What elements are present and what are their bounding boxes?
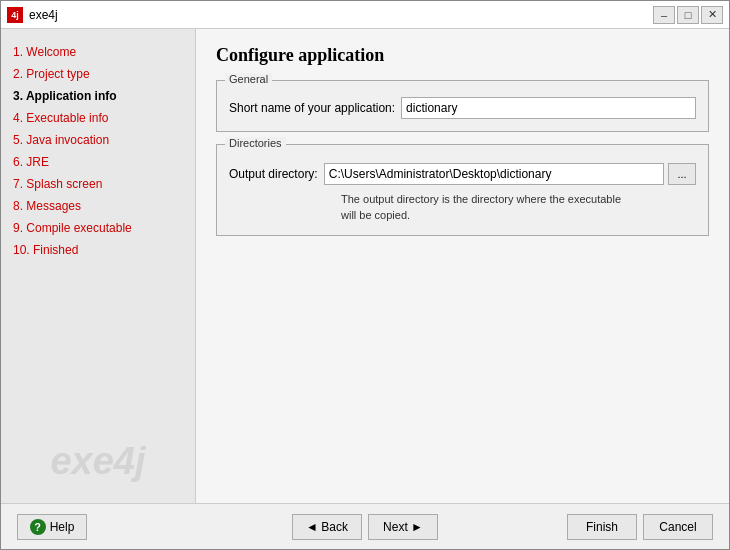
output-dir-input[interactable] bbox=[324, 163, 664, 185]
title-bar: 4j exe4j – □ ✕ bbox=[1, 1, 729, 29]
directories-legend: Directories bbox=[225, 137, 286, 149]
help-text: The output directory is the directory wh… bbox=[341, 191, 696, 223]
help-button[interactable]: ? Help bbox=[17, 514, 87, 540]
footer-right: Finish Cancel bbox=[444, 514, 713, 540]
general-legend: General bbox=[225, 73, 272, 85]
footer: ? Help ◄ Back Next ► Finish Cancel bbox=[1, 503, 729, 549]
minimize-button[interactable]: – bbox=[653, 6, 675, 24]
short-name-input[interactable] bbox=[401, 97, 696, 119]
sidebar-item-compile-executable[interactable]: 9. Compile executable bbox=[11, 217, 185, 239]
app-window: 4j exe4j – □ ✕ 1. Welcome 2. Project typ… bbox=[0, 0, 730, 550]
sidebar-item-java-invocation[interactable]: 5. Java invocation bbox=[11, 129, 185, 151]
sidebar-item-splash-screen[interactable]: 7. Splash screen bbox=[11, 173, 185, 195]
short-name-label: Short name of your application: bbox=[229, 101, 395, 115]
sidebar: 1. Welcome 2. Project type 3. Applicatio… bbox=[1, 29, 196, 503]
help-icon: ? bbox=[30, 519, 46, 535]
window-controls: – □ ✕ bbox=[653, 6, 723, 24]
sidebar-item-project-type[interactable]: 2. Project type bbox=[11, 63, 185, 85]
close-button[interactable]: ✕ bbox=[701, 6, 723, 24]
browse-button[interactable]: ... bbox=[668, 163, 696, 185]
page-title: Configure application bbox=[216, 45, 709, 66]
watermark: exe4j bbox=[50, 440, 145, 483]
short-name-row: Short name of your application: bbox=[229, 97, 696, 119]
general-section: General Short name of your application: bbox=[216, 80, 709, 132]
sidebar-item-messages[interactable]: 8. Messages bbox=[11, 195, 185, 217]
next-button[interactable]: Next ► bbox=[368, 514, 438, 540]
directories-section: Directories Output directory: ... The ou… bbox=[216, 144, 709, 236]
sidebar-item-jre[interactable]: 6. JRE bbox=[11, 151, 185, 173]
cancel-button[interactable]: Cancel bbox=[643, 514, 713, 540]
content-area: 1. Welcome 2. Project type 3. Applicatio… bbox=[1, 29, 729, 503]
sidebar-item-application-info[interactable]: 3. Application info bbox=[11, 85, 185, 107]
output-dir-label: Output directory: bbox=[229, 167, 318, 181]
sidebar-item-welcome[interactable]: 1. Welcome bbox=[11, 41, 185, 63]
app-icon: 4j bbox=[7, 7, 23, 23]
finish-button[interactable]: Finish bbox=[567, 514, 637, 540]
window-title: exe4j bbox=[29, 8, 653, 22]
sidebar-item-executable-info[interactable]: 4. Executable info bbox=[11, 107, 185, 129]
maximize-button[interactable]: □ bbox=[677, 6, 699, 24]
sidebar-item-finished[interactable]: 10. Finished bbox=[11, 239, 185, 261]
footer-left: ? Help bbox=[17, 514, 286, 540]
output-dir-row: Output directory: ... bbox=[229, 163, 696, 185]
back-button[interactable]: ◄ Back bbox=[292, 514, 362, 540]
footer-center: ◄ Back Next ► bbox=[292, 514, 438, 540]
main-panel: Configure application General Short name… bbox=[196, 29, 729, 503]
